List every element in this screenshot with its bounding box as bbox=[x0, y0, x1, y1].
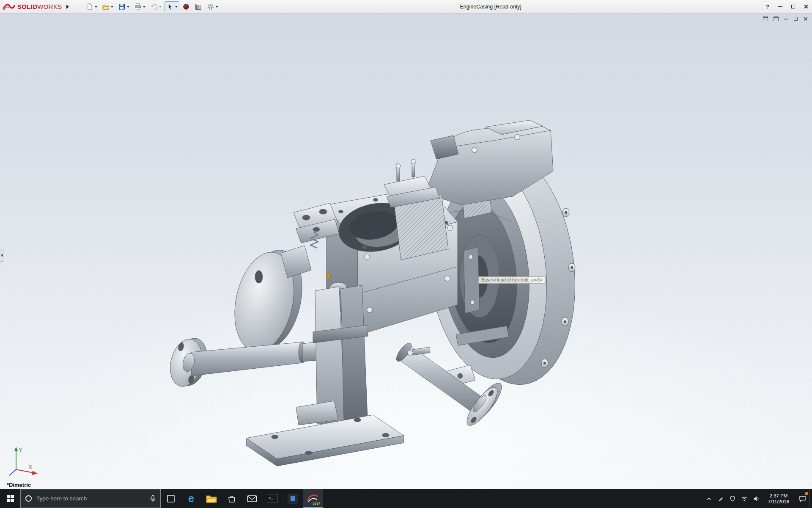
solidworks-app-icon: 2017 bbox=[307, 492, 319, 505]
store-bag-icon bbox=[227, 494, 236, 503]
action-center-button[interactable] bbox=[795, 489, 809, 508]
chevron-left-icon bbox=[1, 254, 3, 257]
dropdown-caret[interactable] bbox=[127, 6, 129, 8]
taskbar-store-button[interactable] bbox=[222, 489, 242, 508]
new-document-button[interactable] bbox=[84, 1, 99, 12]
save-button[interactable] bbox=[116, 1, 131, 12]
triad-y-label: Y bbox=[19, 447, 22, 453]
security-tray-button[interactable] bbox=[727, 489, 738, 508]
dark-app-icon bbox=[288, 494, 298, 504]
ta skbar-app-dark-button[interactable] bbox=[283, 489, 303, 508]
app-titlebar: SOLIDWORKS bbox=[0, 0, 812, 14]
doc-close-button[interactable] bbox=[803, 17, 808, 21]
start-button[interactable] bbox=[0, 489, 20, 508]
restore-icon bbox=[794, 17, 798, 21]
minimize-icon bbox=[784, 19, 788, 19]
close-icon bbox=[803, 17, 808, 21]
dropdown-caret[interactable] bbox=[159, 6, 162, 8]
pen-icon bbox=[718, 495, 724, 502]
doc-minimize-button[interactable] bbox=[784, 19, 788, 19]
main-toolbar bbox=[84, 1, 220, 12]
hover-tooltip: Base<Head of hex bolt_ai<6> bbox=[478, 276, 546, 284]
flyout-arrow-icon bbox=[66, 5, 69, 9]
graphics-area[interactable]: Base<Head of hex bolt_ai<6> Y X *Dimetri… bbox=[0, 14, 812, 489]
undo-icon bbox=[150, 3, 158, 11]
dropdown-caret[interactable] bbox=[95, 6, 97, 8]
print-icon bbox=[134, 3, 142, 11]
system-tray: 2:37 PM 7/11/2018 bbox=[703, 489, 812, 508]
view-orientation-label: *Dimetric bbox=[7, 482, 31, 488]
file-properties-button[interactable] bbox=[193, 1, 204, 12]
dropdown-caret[interactable] bbox=[111, 6, 113, 8]
select-cursor-icon bbox=[166, 3, 174, 11]
new-window-button[interactable] bbox=[763, 17, 768, 21]
window-controls: ? bbox=[761, 0, 812, 13]
search-input[interactable] bbox=[36, 495, 146, 502]
dassault-logo-icon bbox=[3, 3, 15, 11]
dropdown-caret[interactable] bbox=[175, 6, 178, 8]
file-properties-icon bbox=[195, 3, 202, 11]
solidworks-year-badge: 2017 bbox=[313, 502, 320, 505]
minimize-button[interactable] bbox=[774, 0, 787, 13]
orientation-triad: Y X bbox=[6, 445, 41, 479]
document-title: EngineCasing [Read-only] bbox=[220, 4, 761, 10]
taskbar-search[interactable] bbox=[20, 489, 161, 508]
maximize-button[interactable] bbox=[787, 0, 799, 13]
task-view-button[interactable] bbox=[161, 489, 181, 508]
undo-button[interactable] bbox=[148, 1, 163, 12]
side-cover-disc[interactable] bbox=[226, 245, 311, 357]
volume-tray-button[interactable] bbox=[750, 489, 762, 508]
ink-workspace-button[interactable] bbox=[715, 489, 727, 508]
taskbar-solidworks-button[interactable]: 2017 bbox=[303, 489, 323, 508]
triad-x-label: X bbox=[29, 464, 32, 469]
rebuild-button[interactable] bbox=[181, 1, 192, 12]
taskbar: e >_ 2017 bbox=[0, 489, 812, 508]
task-view-icon bbox=[166, 494, 176, 503]
document-window-controls bbox=[763, 17, 808, 21]
taskbar-clock[interactable]: 2:37 PM 7/11/2018 bbox=[762, 489, 795, 508]
show-desktop-button[interactable] bbox=[809, 489, 812, 508]
microphone-icon[interactable] bbox=[150, 495, 156, 502]
selection-point[interactable] bbox=[327, 273, 331, 277]
notification-bubble-icon bbox=[799, 495, 806, 502]
tile-window-button[interactable] bbox=[774, 17, 779, 21]
taskbar-edge-button[interactable]: e bbox=[181, 489, 201, 508]
minimize-icon bbox=[778, 6, 782, 7]
chevron-up-icon bbox=[706, 496, 712, 501]
mail-envelope-icon bbox=[247, 495, 257, 502]
taskbar-mail-button[interactable] bbox=[242, 489, 262, 508]
select-button[interactable] bbox=[165, 1, 179, 12]
close-button[interactable] bbox=[799, 0, 812, 13]
taskbar-console-button[interactable]: >_ bbox=[262, 489, 283, 508]
speaker-icon bbox=[753, 496, 760, 502]
console-icon: >_ bbox=[267, 494, 278, 503]
help-button[interactable]: ? bbox=[761, 0, 774, 13]
search-icon bbox=[25, 495, 32, 502]
options-button[interactable] bbox=[205, 1, 220, 12]
open-button[interactable] bbox=[100, 1, 115, 12]
doc-restore-button[interactable] bbox=[794, 17, 798, 21]
print-button[interactable] bbox=[132, 1, 147, 12]
maximize-icon bbox=[791, 5, 795, 8]
rebuild-icon bbox=[182, 3, 190, 11]
window-pane-icon bbox=[763, 17, 768, 21]
brand-wordmark: SOLIDWORKS bbox=[17, 3, 62, 10]
dropdown-caret[interactable] bbox=[216, 6, 218, 8]
featuremanager-collapse-tab[interactable] bbox=[0, 249, 4, 262]
edge-icon: e bbox=[188, 493, 194, 504]
menu-flyout-arrow[interactable] bbox=[64, 1, 71, 12]
notification-badge bbox=[805, 492, 808, 495]
hidden-icons-button[interactable] bbox=[703, 489, 715, 508]
engine-casing-model[interactable] bbox=[0, 14, 812, 489]
network-tray-button[interactable] bbox=[738, 489, 750, 508]
solidworks-logo: SOLIDWORKS bbox=[0, 3, 64, 11]
dropdown-caret[interactable] bbox=[143, 6, 145, 8]
shield-icon bbox=[730, 495, 735, 502]
file-explorer-icon bbox=[206, 494, 217, 503]
clock-date: 7/11/2018 bbox=[768, 499, 789, 505]
new-document-icon bbox=[86, 3, 93, 11]
window-pane-icon bbox=[774, 17, 779, 21]
options-gear-icon bbox=[207, 3, 214, 11]
wifi-icon bbox=[741, 496, 748, 502]
taskbar-explorer-button[interactable] bbox=[201, 489, 222, 508]
